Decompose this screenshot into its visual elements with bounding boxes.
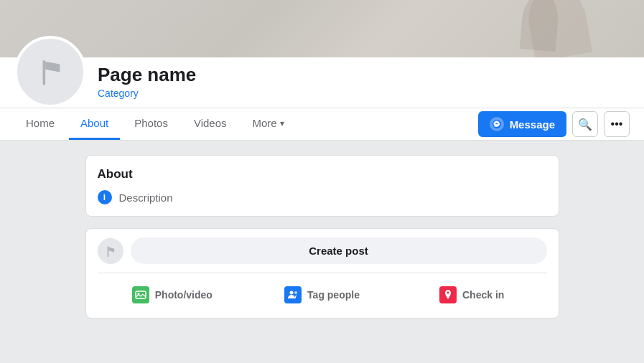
description-text: Description: [119, 192, 173, 204]
message-button-label: Message: [510, 118, 555, 131]
tag-people-icon: [284, 286, 302, 303]
create-post-top: Create post: [98, 237, 547, 264]
photo-video-icon: [132, 286, 149, 303]
small-avatar: [98, 238, 123, 264]
create-post-card: Create post Photo/video: [85, 228, 559, 319]
main-content: About i Description Create post: [0, 141, 644, 333]
create-post-actions: Photo/video Tag people: [98, 273, 547, 309]
photo-video-label: Photo/video: [155, 289, 213, 301]
description-row: i Description: [98, 190, 547, 204]
page-avatar-icon: [31, 52, 70, 92]
cover-photo: [0, 0, 644, 57]
profile-info: Page name Category: [98, 58, 630, 108]
nav-bar: Home About Photos Videos More ▾ Message: [0, 108, 644, 141]
tag-people-action[interactable]: Tag people: [247, 280, 397, 309]
about-title: About: [98, 167, 547, 182]
create-post-label: Create post: [309, 245, 368, 257]
page-category: Category: [98, 88, 630, 99]
more-chevron-icon: ▾: [280, 118, 284, 128]
svg-point-5: [290, 291, 294, 295]
search-button[interactable]: 🔍: [572, 111, 598, 137]
nav-tab-about[interactable]: About: [69, 108, 120, 140]
svg-rect-3: [136, 291, 146, 298]
nav-tab-home[interactable]: Home: [14, 108, 66, 140]
nav-tab-more[interactable]: More ▾: [241, 108, 296, 140]
checkin-action[interactable]: Check in: [397, 280, 547, 309]
ellipsis-icon: •••: [611, 118, 623, 131]
page-name: Page name: [98, 64, 630, 86]
avatar-container: [14, 36, 86, 108]
checkin-pin-icon: [439, 286, 457, 303]
checkin-label: Check in: [462, 289, 504, 301]
profile-section: Page name Category: [0, 57, 644, 108]
nav-tab-videos[interactable]: Videos: [182, 108, 238, 140]
svg-point-6: [294, 291, 297, 294]
nav-tab-photos[interactable]: Photos: [123, 108, 179, 140]
more-options-button[interactable]: •••: [604, 111, 630, 137]
avatar: [14, 36, 86, 108]
message-button[interactable]: Message: [478, 111, 566, 137]
create-post-button[interactable]: Create post: [131, 237, 547, 264]
messenger-icon: [490, 117, 504, 131]
svg-rect-0: [42, 60, 45, 85]
svg-rect-2: [107, 246, 108, 257]
nav-actions: Message 🔍 •••: [478, 111, 630, 137]
tag-people-label: Tag people: [307, 289, 360, 301]
nav-tabs: Home About Photos Videos More ▾: [14, 108, 478, 140]
search-icon: 🔍: [578, 118, 592, 131]
about-card: About i Description: [85, 155, 559, 217]
photo-video-action[interactable]: Photo/video: [98, 280, 248, 309]
info-icon: i: [98, 190, 112, 204]
